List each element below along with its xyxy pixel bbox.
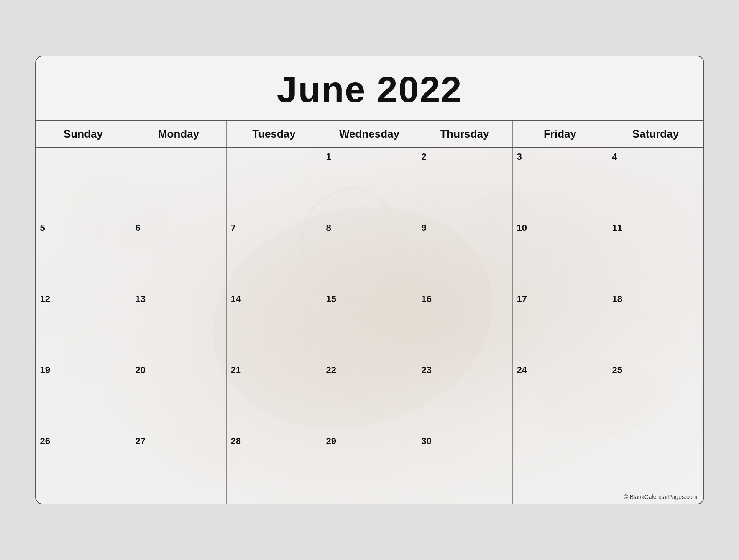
- calendar-cell: 29: [322, 432, 417, 504]
- cell-day-number: 26: [40, 436, 127, 447]
- cell-day-number: 9: [422, 222, 508, 233]
- cell-day-number: 1: [326, 151, 413, 162]
- calendar-cell: 17: [513, 290, 608, 361]
- calendar-header: June 2022: [36, 56, 703, 121]
- calendar-cell: 3: [513, 148, 608, 219]
- calendar-cell: 28: [227, 432, 322, 504]
- day-header-friday: Friday: [513, 121, 608, 147]
- calendar-cell: 14: [227, 290, 322, 361]
- cell-day-number: 20: [136, 365, 222, 376]
- calendar-cell: 8: [322, 219, 417, 290]
- day-header-sunday: Sunday: [36, 121, 131, 147]
- calendar-cell: 23: [417, 361, 513, 432]
- calendar-cell: 7: [227, 219, 322, 290]
- cell-day-number: 7: [231, 222, 317, 233]
- calendar-grid: 1234567891011121314151617181920212223242…: [36, 148, 703, 504]
- calendar-cell: 16: [417, 290, 513, 361]
- cell-day-number: 2: [422, 151, 508, 162]
- cell-day-number: 10: [517, 222, 603, 233]
- calendar-cell: 2: [417, 148, 513, 219]
- day-header-thursday: Thursday: [417, 121, 513, 147]
- day-header-saturday: Saturday: [608, 121, 703, 147]
- calendar-cell: 9: [417, 219, 513, 290]
- calendar-cell: 27: [131, 432, 227, 504]
- cell-day-number: 24: [517, 365, 603, 376]
- cell-day-number: 18: [612, 294, 699, 304]
- calendar-cell: 24: [513, 361, 608, 432]
- calendar-cell: 6: [131, 219, 227, 290]
- calendar-cell: [227, 148, 322, 219]
- cell-day-number: 23: [422, 365, 508, 376]
- cell-day-number: 15: [326, 294, 413, 304]
- cell-day-number: 29: [326, 436, 413, 447]
- calendar-cell: 5: [36, 219, 131, 290]
- cell-day-number: 25: [612, 365, 699, 376]
- cell-day-number: 28: [231, 436, 317, 447]
- calendar-cell: 18: [608, 290, 703, 361]
- calendar-cell: [608, 432, 703, 504]
- day-header-tuesday: Tuesday: [227, 121, 322, 147]
- cell-day-number: 4: [612, 151, 699, 162]
- calendar-cell: 30: [417, 432, 513, 504]
- calendar-cell: 20: [131, 361, 227, 432]
- day-header-monday: Monday: [131, 121, 227, 147]
- cell-day-number: 30: [422, 436, 508, 447]
- calendar-cell: 4: [608, 148, 703, 219]
- calendar-cell: 11: [608, 219, 703, 290]
- calendar-cell: 25: [608, 361, 703, 432]
- days-header: SundayMondayTuesdayWednesdayThursdayFrid…: [36, 121, 703, 148]
- calendar-cell: 19: [36, 361, 131, 432]
- cell-day-number: 6: [136, 222, 222, 233]
- calendar-cell: 15: [322, 290, 417, 361]
- day-header-wednesday: Wednesday: [322, 121, 417, 147]
- cell-day-number: 12: [40, 294, 127, 304]
- cell-day-number: 16: [422, 294, 508, 304]
- calendar-title: June 2022: [36, 68, 703, 111]
- calendar-cell: [36, 148, 131, 219]
- watermark: © BlankCalendarPages.com: [624, 494, 697, 500]
- cell-day-number: 19: [40, 365, 127, 376]
- cell-day-number: 21: [231, 365, 317, 376]
- calendar-cell: 21: [227, 361, 322, 432]
- calendar-cell: 1: [322, 148, 417, 219]
- cell-day-number: 13: [136, 294, 222, 304]
- calendar-cell: 10: [513, 219, 608, 290]
- cell-day-number: 11: [612, 222, 699, 233]
- cell-day-number: 8: [326, 222, 413, 233]
- calendar-cell: 22: [322, 361, 417, 432]
- cell-day-number: 5: [40, 222, 127, 233]
- calendar-container: June 2022 SundayMondayTuesdayWednesdayTh…: [35, 56, 704, 504]
- cell-day-number: 3: [517, 151, 603, 162]
- calendar-cell: 26: [36, 432, 131, 504]
- calendar-cell: 12: [36, 290, 131, 361]
- calendar-cell: [131, 148, 227, 219]
- cell-day-number: 27: [136, 436, 222, 447]
- cell-day-number: 14: [231, 294, 317, 304]
- cell-day-number: 22: [326, 365, 413, 376]
- calendar-cell: 13: [131, 290, 227, 361]
- calendar-inner: June 2022 SundayMondayTuesdayWednesdayTh…: [36, 56, 703, 504]
- calendar-cell: [513, 432, 608, 504]
- cell-day-number: 17: [517, 294, 603, 304]
